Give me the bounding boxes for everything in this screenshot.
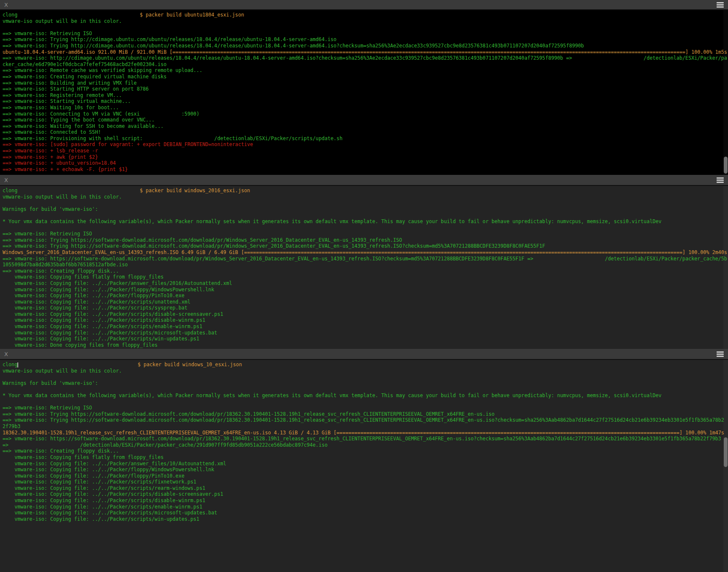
terminal-line: vmware-iso: Done copying files from flop… (3, 342, 728, 348)
terminal-line: ==> vmware-iso: Waiting for SSH to becom… (3, 123, 728, 130)
terminal-line: ==> vmware-iso: Creating floppy disk... (3, 268, 728, 274)
terminal-line: * Your vmx data contains the following v… (3, 218, 728, 225)
terminal-line: ==> vmware-iso: Trying http://cdimage.ub… (3, 36, 728, 43)
terminal-line: ==> vmware-iso: Trying https://software-… (3, 417, 728, 423)
terminal-line (3, 374, 728, 380)
terminal-line (3, 200, 728, 206)
terminal-line: ==> vmware-iso: Retrieving ISO (3, 405, 728, 411)
terminal-line (3, 386, 728, 392)
terminal-line: vmware-iso output will be in this color. (3, 368, 728, 374)
terminal-line: vmware-iso: Copying file: ../../Packer/s… (3, 336, 728, 342)
terminal-line: ==> vmware-iso: Creating floppy disk... (3, 448, 728, 454)
close-icon[interactable]: X (4, 351, 8, 357)
terminal-line: ==> vmware-iso: Registering remote VM... (3, 92, 728, 99)
terminal-line: vmware-iso: Copying file: ../../Packer/f… (3, 473, 728, 479)
terminal-line: ==> vmware-iso: Trying https://software-… (3, 243, 728, 249)
terminal-line: vmware-iso: Copying file: ../../Packer/s… (3, 485, 728, 492)
terminal-line: clong $ packer build ubuntu1804_esxi.jso… (3, 12, 728, 18)
terminal-line: ==> vmware-iso: Trying http://cdimage.ub… (3, 43, 728, 49)
terminal-line: ==> vmware-iso: http://cdimage.ubuntu.co… (3, 55, 728, 61)
terminal-line: cker_cache/e6d790e1cf0dcbca7fefef75468ac… (3, 61, 728, 68)
terminal-line: ==> vmware-iso: Connected to SSH! (3, 129, 728, 135)
terminal-output[interactable]: clong $ packer build windows_10_esxi.jso… (0, 360, 728, 572)
scrollbar-track[interactable] (723, 186, 728, 349)
terminal-line: vmware-iso: Copying files flatly from fl… (3, 274, 728, 280)
terminal-line: ==> vmware-iso: Starting virtual machine… (3, 98, 728, 105)
terminal-line (3, 24, 728, 30)
terminal-line: clong $ packer build windows_2016_esxi.j… (3, 188, 728, 194)
scrollbar-thumb[interactable] (724, 437, 728, 467)
terminal-line: => /detectionlab/ESXi/Packer/packer_cach… (3, 442, 728, 448)
terminal-line: ==> vmware-iso: Waiting 10s for boot... (3, 105, 728, 111)
terminal-line: ==> vmware-iso: Building and writing VMX… (3, 80, 728, 86)
terminal-window-windows2016-build: X clong $ packer build windows_2016_esxi… (0, 175, 728, 349)
window-titlebar[interactable]: X (0, 175, 728, 186)
terminal-line: ==> vmware-iso: + + echoawk -F. {print $… (3, 166, 728, 173)
terminal-line: clong $ packer build windows_10_esxi.jso… (3, 362, 728, 368)
terminal-line: vmware-iso: Copying file: ../../Packer/f… (3, 293, 728, 299)
terminal-line: 1055098d7ba8d2d635babf6bb76518512afbde.i… (3, 262, 728, 268)
terminal-line: Warnings for build 'vmware-iso': (3, 380, 728, 387)
terminal-line: ==> vmware-iso: Connecting to VM via VNC… (3, 111, 728, 117)
terminal-window-windows10-build: X clong $ packer build windows_10_esxi.j… (0, 349, 728, 572)
terminal-line: vmware-iso: Copying file: ../../Packer/s… (3, 311, 728, 318)
close-icon[interactable]: X (4, 177, 8, 183)
terminal-line: vmware-iso: Copying files flatly from fl… (3, 454, 728, 461)
terminal-line: ==> vmware-iso: Provisioning with shell … (3, 135, 728, 142)
terminal-output[interactable]: clong $ packer build ubuntu1804_esxi.jso… (0, 10, 728, 175)
terminal-line: ==> vmware-iso: + ubuntu_version=18.04 (3, 160, 728, 166)
scrollbar-track[interactable] (723, 360, 728, 572)
terminal-output[interactable]: clong $ packer build windows_2016_esxi.j… (0, 186, 728, 349)
terminal-line (3, 212, 728, 218)
terminal-window-ubuntu1804-build: X clong $ packer build ubuntu1804_esxi.j… (0, 0, 728, 175)
terminal-line: ==> vmware-iso: + awk {print $2} (3, 154, 728, 160)
window-titlebar[interactable]: X (0, 0, 728, 10)
terminal-line: vmware-iso output will be in this color. (3, 18, 728, 25)
terminal-line (3, 225, 728, 231)
hamburger-menu-icon[interactable] (717, 351, 724, 357)
terminal-line: ==> vmware-iso: https://software-downloa… (3, 436, 728, 442)
scrollbar-thumb[interactable] (724, 157, 728, 174)
terminal-line: 18362.30.190401-1528.19h1_release_svc_re… (3, 430, 728, 436)
terminal-line: vmware-iso: Copying file: ../../Packer/s… (3, 504, 728, 510)
terminal-line: vmware-iso: Copying file: ../../Packer/s… (3, 479, 728, 485)
terminal-line: ==> vmware-iso: Trying https://software-… (3, 411, 728, 417)
terminal-line: vmware-iso: Copying file: ../../Packer/s… (3, 330, 728, 336)
screen: X clong $ packer build ubuntu1804_esxi.j… (0, 0, 728, 572)
terminal-line: ==> vmware-iso: Retrieving ISO (3, 30, 728, 37)
close-icon[interactable]: X (4, 2, 8, 8)
terminal-line: Warnings for build 'vmware-iso': (3, 206, 728, 213)
terminal-line (3, 399, 728, 405)
terminal-line: vmware-iso: Copying file: ../../Packer/a… (3, 461, 728, 467)
hamburger-menu-icon[interactable] (717, 2, 724, 8)
terminal-line: * Your vmx data contains the following v… (3, 392, 728, 399)
terminal-line: vmware-iso: Copying file: ../../Packer/s… (3, 299, 728, 305)
terminal-line: vmware-iso: Copying file: ../../Packer/s… (3, 497, 728, 504)
terminal-line: ==> vmware-iso: https://software-downloa… (3, 256, 728, 262)
window-titlebar[interactable]: X (0, 349, 728, 360)
terminal-line: ==> vmware-iso: [sudo] password for vagr… (3, 141, 728, 148)
terminal-line: vmware-iso: Copying file: ../../Packer/s… (3, 323, 728, 330)
terminal-line: Windows_Server_2016_Datacenter_EVAL_en-u… (3, 249, 728, 256)
terminal-line: 2f79b3 (3, 423, 728, 430)
terminal-line: vmware-iso: Copying file: ../../Packer/f… (3, 287, 728, 293)
terminal-line: vmware-iso output will be in this color. (3, 194, 728, 200)
terminal-line: vmware-iso: Copying file: ../../Packer/s… (3, 516, 728, 522)
hamburger-menu-icon[interactable] (717, 177, 724, 183)
terminal-line: ==> vmware-iso: Typing the boot command … (3, 117, 728, 123)
terminal-line: vmware-iso: Copying file: ../../Packer/a… (3, 280, 728, 287)
terminal-line: ==> vmware-iso: + lsb_release -r (3, 148, 728, 154)
terminal-line: vmware-iso: Copying file: ../../Packer/s… (3, 317, 728, 323)
terminal-line: ==> vmware-iso: Trying https://software-… (3, 237, 728, 243)
terminal-line: ==> vmware-iso: Creating required virtua… (3, 74, 728, 80)
terminal-line: ==> vmware-iso: Remote cache was verifie… (3, 67, 728, 74)
terminal-line: ==> vmware-iso: Retrieving ISO (3, 231, 728, 237)
terminal-line: vmware-iso: Copying file: ../../Packer/f… (3, 467, 728, 473)
terminal-line: vmware-iso: Copying file: ../../Packer/s… (3, 510, 728, 516)
terminal-line: ubuntu-18.04.4-server-amd64.iso 921.00 M… (3, 49, 728, 55)
terminal-line: vmware-iso: Copying file: ../../Packer/s… (3, 491, 728, 497)
scrollbar-track[interactable] (723, 10, 728, 175)
terminal-line: vmware-iso: Copying file: ../../Packer/s… (3, 305, 728, 311)
terminal-line: ==> vmware-iso: Starting HTTP server on … (3, 86, 728, 92)
